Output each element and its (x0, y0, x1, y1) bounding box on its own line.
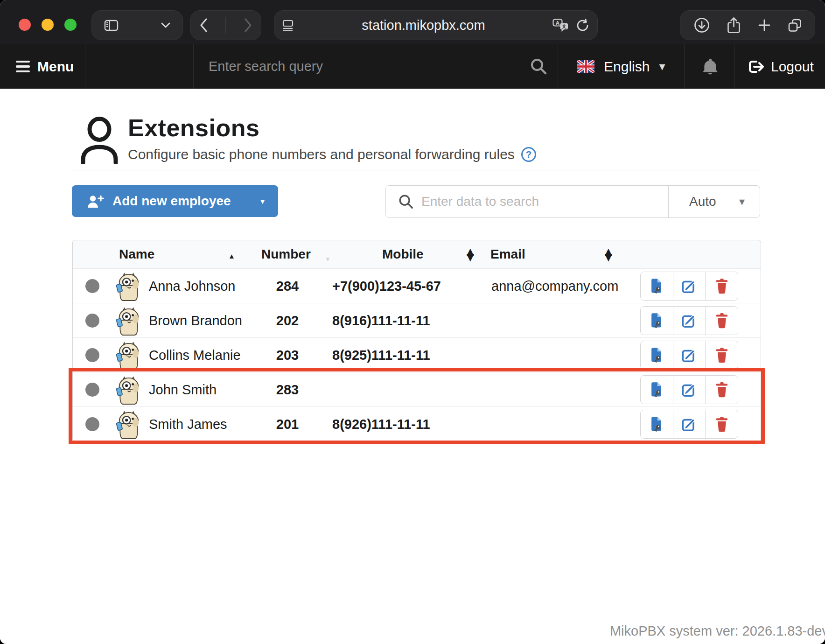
table-row: Anna Johnson 284 +7(900)123-45-67 anna@c… (73, 268, 761, 303)
copy-password-icon (649, 381, 664, 399)
back-button[interactable] (200, 18, 208, 32)
delete-button[interactable] (705, 341, 738, 369)
delete-button[interactable] (705, 272, 738, 300)
dropdown-caret-icon[interactable] (259, 197, 266, 205)
table-row: Collins Melanie 203 8(925)111-11-11 (73, 337, 761, 372)
url-text[interactable]: station.mikopbx.com (294, 18, 552, 33)
menu-label: Menu (37, 59, 74, 75)
toolbar-buttons (680, 10, 815, 40)
table-row: Smith James 201 8(926)111-11-11 (73, 406, 761, 441)
row-actions (640, 272, 738, 301)
delete-icon (715, 347, 729, 363)
divider (193, 44, 194, 89)
copy-password-button[interactable] (641, 272, 673, 300)
employee-mobile: +7(900)123-45-67 (332, 278, 441, 294)
help-icon[interactable] (521, 147, 536, 162)
tab-overview-button[interactable] (788, 18, 802, 33)
close-button[interactable] (19, 19, 31, 31)
uk-flag-icon (577, 60, 594, 73)
delete-button[interactable] (705, 307, 738, 335)
extensions-table: Name Number Mobile Email Anna Johnson 28… (72, 240, 761, 441)
chevron-down-icon (739, 195, 745, 208)
column-header-mobile[interactable]: Mobile (382, 247, 424, 262)
chevron-down-icon (161, 22, 170, 28)
bell-icon (702, 57, 719, 76)
edit-icon (681, 416, 697, 432)
row-actions (640, 410, 738, 439)
table-search-input[interactable] (421, 194, 668, 209)
copy-password-icon (649, 312, 664, 329)
download-icon (693, 17, 710, 34)
employee-mobile: 8(925)111-11-11 (332, 347, 430, 363)
edit-button[interactable] (673, 272, 706, 300)
employee-number: 201 (259, 416, 315, 432)
global-search-button[interactable] (529, 57, 548, 76)
table-search-field[interactable] (386, 186, 668, 217)
employee-name: Anna Johnson (149, 278, 235, 294)
delete-button[interactable] (705, 376, 738, 404)
logout-icon (747, 58, 765, 75)
avatar (115, 272, 142, 301)
sort-ascending-icon (228, 247, 235, 262)
copy-password-icon (649, 277, 664, 295)
app-top-bar: Menu English (0, 44, 825, 89)
column-header-email[interactable]: Email (490, 247, 525, 262)
copy-password-button[interactable] (641, 376, 673, 404)
tab-overview-icon (788, 18, 802, 33)
address-bar[interactable]: station.mikopbx.com A 文 (274, 10, 598, 40)
divider (225, 17, 226, 34)
main-content: Extensions Configure basic phone numbers… (0, 89, 825, 644)
employee-name: John Smith (149, 382, 217, 397)
downloads-button[interactable] (693, 17, 710, 34)
add-user-icon (87, 195, 104, 208)
nav-buttons (190, 10, 261, 40)
divider (734, 44, 734, 89)
reload-icon[interactable] (575, 18, 590, 33)
table-row: Brown Brandon 202 8(916)111-11-11 (73, 303, 761, 337)
menu-button[interactable]: Menu (16, 44, 74, 89)
notifications-button[interactable] (698, 44, 722, 89)
delete-button[interactable] (705, 410, 738, 438)
version-footer: MikoPBX system ver: 2026.1.83-dev (610, 623, 825, 639)
column-header-name[interactable]: Name (119, 247, 154, 262)
logout-button[interactable]: Logout (747, 44, 814, 89)
zoom-button[interactable] (64, 19, 77, 31)
copy-password-button[interactable] (641, 410, 673, 438)
employee-number: 203 (259, 347, 315, 363)
language-dropdown[interactable]: English (577, 44, 665, 89)
edit-button[interactable] (673, 410, 706, 438)
delete-icon (715, 382, 729, 398)
status-dot (85, 383, 99, 397)
employee-name: Brown Brandon (149, 313, 242, 328)
reader-icon[interactable] (282, 19, 294, 32)
minimize-button[interactable] (42, 19, 54, 31)
filter-dropdown[interactable]: Auto (668, 186, 760, 217)
column-header-number[interactable]: Number (261, 247, 311, 262)
copy-password-button[interactable] (641, 341, 673, 369)
delete-icon (715, 278, 729, 294)
avatar (115, 376, 142, 405)
edit-icon (681, 347, 697, 363)
edit-button[interactable] (673, 341, 706, 369)
share-button[interactable] (727, 17, 741, 34)
edit-button[interactable] (673, 376, 706, 404)
sidebar-toggle[interactable] (91, 10, 183, 40)
avatar (115, 410, 142, 439)
global-search-input[interactable] (209, 44, 517, 89)
edit-button[interactable] (673, 307, 706, 335)
forward-button[interactable] (244, 18, 252, 32)
employee-number: 284 (259, 278, 315, 294)
delete-icon (715, 313, 729, 329)
translate-icon[interactable]: A 文 (552, 19, 569, 32)
avatar (115, 307, 142, 336)
new-tab-button[interactable] (757, 18, 771, 32)
language-label: English (604, 59, 650, 75)
employee-number: 202 (259, 313, 315, 328)
copy-password-icon (649, 415, 664, 433)
search-icon (529, 57, 548, 76)
page-title: Extensions (128, 114, 259, 142)
status-dot (85, 348, 99, 362)
copy-password-button[interactable] (641, 307, 673, 335)
avatar (115, 341, 142, 370)
add-employee-button[interactable]: Add new employee (72, 185, 278, 217)
